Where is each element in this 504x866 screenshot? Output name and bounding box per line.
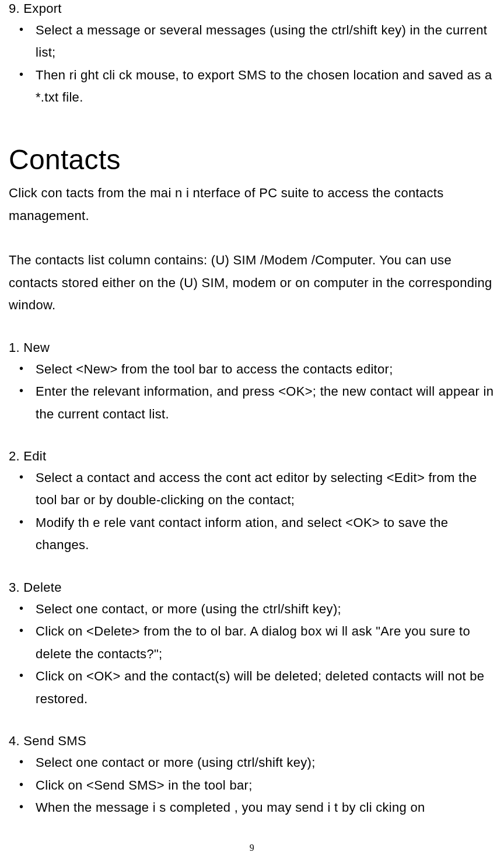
section-2-title: 2. Edit [9,448,495,466]
section-4-bullets: Select one contact or more (using ctrl/s… [9,752,495,819]
list-item: Select a message or several messages (us… [22,19,495,64]
contacts-heading: Contacts [9,143,495,177]
section-9-title: 9. Export [9,0,495,18]
section-9-bullets: Select a message or several messages (us… [9,19,495,109]
section-1-bullets: Select <New> from the tool bar to access… [9,358,495,426]
section-1-title: 1. New [9,339,495,357]
list-item: Select <New> from the tool bar to access… [22,358,495,381]
list-item: Modify th e rele vant contact inform ati… [22,512,495,557]
list-item: When the message i s completed , you may… [22,797,495,819]
list-item: Click on <Delete> from the to ol bar. A … [22,620,495,665]
list-item: Enter the relevant information, and pres… [22,380,495,425]
section-3-bullets: Select one contact, or more (using the c… [9,598,495,711]
page-number: 9 [0,843,504,853]
list-item: Then ri ght cli ck mouse, to export SMS … [22,64,495,109]
list-item: Select one contact or more (using ctrl/s… [22,752,495,774]
list-item: Select one contact, or more (using the c… [22,598,495,621]
section-4-title: 4. Send SMS [9,732,495,750]
contacts-intro-2: The contacts list column contains: (U) S… [9,249,495,317]
section-2-bullets: Select a contact and access the cont act… [9,467,495,557]
contacts-intro-1: Click con tacts from the mai n i nterfac… [9,182,495,227]
list-item: Click on <OK> and the contact(s) will be… [22,665,495,710]
section-3-title: 3. Delete [9,579,495,597]
list-item: Select a contact and access the cont act… [22,467,495,512]
list-item: Click on <Send SMS> in the tool bar; [22,774,495,797]
